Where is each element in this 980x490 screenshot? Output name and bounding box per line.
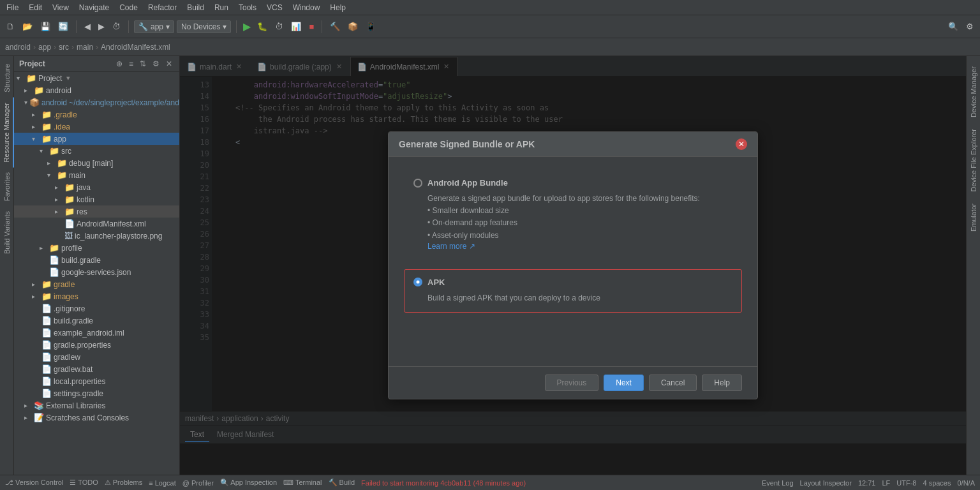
toolbar-new-file[interactable]: 🗋 bbox=[4, 20, 17, 33]
status-indent[interactable]: 4 spaces bbox=[923, 479, 951, 487]
toolbar-open[interactable]: 📂 bbox=[20, 20, 35, 33]
status-version-control[interactable]: ⎇ Version Control bbox=[5, 479, 63, 487]
help-button[interactable]: Help bbox=[702, 375, 742, 391]
tree-images[interactable]: ▸ 📁 images bbox=[14, 290, 179, 302]
menu-vcs[interactable]: VCS bbox=[264, 2, 285, 13]
device-manager-tab[interactable]: Device Manager bbox=[967, 61, 980, 122]
next-button[interactable]: Next bbox=[604, 375, 644, 391]
app-selector[interactable]: 🔧 app ▾ bbox=[134, 20, 174, 33]
status-app-inspection[interactable]: 🔍 App Inspection bbox=[220, 479, 277, 487]
tree-ic-launcher[interactable]: 🖼 ic_launcher-playstore.png bbox=[14, 230, 179, 242]
menu-navigate[interactable]: Navigate bbox=[77, 2, 112, 13]
tree-src[interactable]: ▾ 📁 src bbox=[14, 145, 179, 157]
tree-google-services[interactable]: 📄 google-services.json bbox=[14, 266, 179, 278]
build-variants-tab[interactable]: Build Variants bbox=[1, 206, 13, 259]
favorites-tab[interactable]: Favorites bbox=[1, 167, 13, 206]
device-selector[interactable]: No Devices ▾ bbox=[177, 20, 231, 33]
menu-view[interactable]: View bbox=[50, 2, 71, 13]
menu-edit[interactable]: Edit bbox=[26, 2, 45, 13]
status-layout-inspector[interactable]: Layout Inspector bbox=[800, 479, 852, 487]
breadcrumb-manifest[interactable]: AndroidManifest.xml bbox=[101, 43, 170, 52]
dialog-close-button[interactable]: ✕ bbox=[736, 138, 747, 150]
tree-app[interactable]: ▾ 📁 app bbox=[14, 133, 179, 145]
learn-more-link[interactable]: Learn more ↗ bbox=[413, 242, 475, 251]
tree-local-properties[interactable]: 📄 local.properties bbox=[14, 375, 179, 387]
radio-app-bundle[interactable] bbox=[413, 179, 422, 188]
tree-androidmanifest[interactable]: 📄 AndroidManifest.xml bbox=[14, 218, 179, 230]
toolbar-save[interactable]: 💾 bbox=[38, 20, 53, 33]
toolbar-recent[interactable]: ⏱ bbox=[110, 20, 123, 33]
status-git[interactable]: 0/N/A bbox=[957, 479, 975, 487]
tree-kotlin[interactable]: ▸ 📁 kotlin bbox=[14, 193, 179, 205]
menu-file[interactable]: File bbox=[4, 2, 21, 13]
tree-gradle-properties[interactable]: 📄 gradle.properties bbox=[14, 339, 179, 351]
status-problems[interactable]: ⚠ Problems bbox=[105, 479, 143, 487]
tree-example-android-iml[interactable]: 📄 example_android.iml bbox=[14, 327, 179, 339]
tree-build-gradle[interactable]: 📄 build.gradle bbox=[14, 254, 179, 266]
sidebar-sort-btn[interactable]: ⇅ bbox=[138, 59, 148, 69]
structure-tab[interactable]: Structure bbox=[1, 59, 13, 98]
status-logcat[interactable]: ≡ Logcat bbox=[149, 479, 176, 487]
tree-idea[interactable]: ▸ 📁 .idea bbox=[14, 121, 179, 133]
previous-button[interactable]: Previous bbox=[545, 375, 599, 391]
menu-tools[interactable]: Tools bbox=[236, 2, 259, 13]
tree-android-module[interactable]: ▾ 📦 android ~/dev/singleproject/example/… bbox=[14, 96, 179, 108]
status-terminal[interactable]: ⌨ Terminal bbox=[283, 479, 322, 487]
tree-settings-gradle[interactable]: 📄 settings.gradle bbox=[14, 387, 179, 399]
menu-code[interactable]: Code bbox=[117, 2, 140, 13]
toolbar-sync[interactable]: 🔄 bbox=[56, 20, 71, 33]
tree-java[interactable]: ▸ 📁 java bbox=[14, 181, 179, 193]
breadcrumb-src[interactable]: src bbox=[59, 43, 69, 52]
tree-build-gradle-root[interactable]: 📄 build.gradle bbox=[14, 315, 179, 327]
gradle-sync[interactable]: 🔨 bbox=[327, 20, 343, 33]
status-line-sep[interactable]: LF bbox=[882, 479, 890, 487]
search-everywhere[interactable]: 🔍 bbox=[946, 20, 961, 33]
radio-apk[interactable] bbox=[413, 278, 422, 286]
tree-scratches[interactable]: ▸ 📝 Scratches and Consoles bbox=[14, 412, 179, 424]
status-encoding[interactable]: UTF-8 bbox=[896, 479, 916, 487]
sidebar-settings-btn[interactable]: ⚙ bbox=[151, 59, 161, 69]
tree-gitignore[interactable]: 📄 .gitignore bbox=[14, 302, 179, 315]
profile-button[interactable]: ⏱ bbox=[272, 20, 286, 33]
menu-window[interactable]: Window bbox=[290, 2, 323, 13]
menu-build[interactable]: Build bbox=[184, 2, 207, 13]
tree-debug[interactable]: ▸ 📁 debug [main] bbox=[14, 157, 179, 169]
tree-gradlew[interactable]: 📄 gradlew bbox=[14, 351, 179, 363]
breadcrumb-main[interactable]: main bbox=[77, 43, 93, 52]
sidebar-scope-btn[interactable]: ⊕ bbox=[114, 59, 124, 69]
tree-gradle-folder[interactable]: ▸ 📁 gradle bbox=[14, 278, 179, 290]
status-event-log[interactable]: Event Log bbox=[762, 479, 794, 487]
status-profiler[interactable]: @ Profiler bbox=[182, 479, 214, 487]
tree-android[interactable]: ▸ 📁 android bbox=[14, 84, 179, 96]
toolbar-back[interactable]: ◀ bbox=[82, 20, 93, 33]
toolbar-forward[interactable]: ▶ bbox=[96, 20, 107, 33]
status-line-col[interactable]: 12:71 bbox=[858, 479, 876, 487]
sidebar-flatten-btn[interactable]: ≡ bbox=[127, 59, 135, 69]
sdk-manager[interactable]: 📦 bbox=[345, 20, 360, 33]
menu-help[interactable]: Help bbox=[327, 2, 348, 13]
tree-gradlew-bat[interactable]: 📄 gradlew.bat bbox=[14, 363, 179, 375]
run-button[interactable]: ▶ bbox=[242, 19, 252, 34]
breadcrumb-android[interactable]: android bbox=[5, 43, 31, 52]
breadcrumb-app[interactable]: app bbox=[38, 43, 51, 52]
stop-button[interactable]: ■ bbox=[306, 20, 316, 33]
menu-run[interactable]: Run bbox=[212, 2, 231, 13]
avd-manager[interactable]: 📱 bbox=[363, 20, 378, 33]
tree-main[interactable]: ▾ 📁 main bbox=[14, 169, 179, 181]
tree-res[interactable]: ▸ 📁 res bbox=[14, 205, 179, 218]
tree-gradle[interactable]: ▸ 📁 .gradle bbox=[14, 108, 179, 121]
tree-project[interactable]: ▾ 📁 Project ▾ bbox=[14, 72, 179, 84]
status-todo[interactable]: ☰ TODO bbox=[70, 479, 98, 487]
tree-external-libs[interactable]: ▸ 📚 External Libraries bbox=[14, 399, 179, 412]
status-build[interactable]: 🔨 Build bbox=[329, 479, 355, 487]
tree-profile[interactable]: ▸ 📁 profile bbox=[14, 242, 179, 254]
menu-refactor[interactable]: Refactor bbox=[145, 2, 179, 13]
settings-button[interactable]: ⚙ bbox=[963, 20, 976, 33]
cancel-button[interactable]: Cancel bbox=[649, 375, 697, 391]
coverage-button[interactable]: 📊 bbox=[288, 20, 304, 33]
emulator-tab[interactable]: Emulator bbox=[967, 198, 980, 237]
sidebar-close-btn[interactable]: ✕ bbox=[164, 59, 174, 69]
debug-button[interactable]: 🐛 bbox=[255, 20, 270, 33]
device-file-explorer-tab[interactable]: Device File Explorer bbox=[967, 124, 980, 197]
resource-manager-tab[interactable]: Resource Manager bbox=[0, 98, 14, 168]
